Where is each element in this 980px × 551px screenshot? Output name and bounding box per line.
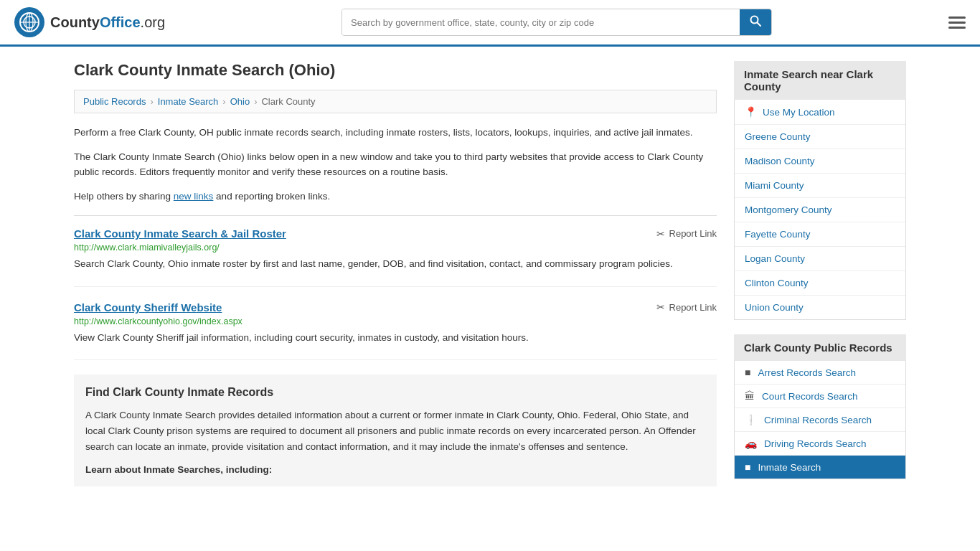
court-records-link[interactable]: Court Records Search xyxy=(762,391,858,402)
sidebar-nearby-section: Inmate Search near Clark County 📍 Use My… xyxy=(734,61,906,320)
breadcrumb-inmate-search[interactable]: Inmate Search xyxy=(158,96,219,107)
sidebar-criminal-records[interactable]: ❕ Criminal Records Search xyxy=(735,408,905,432)
location-icon: 📍 xyxy=(745,106,757,118)
report-icon-2: ✂ xyxy=(656,301,665,313)
sidebar-use-my-location[interactable]: 📍 Use My Location xyxy=(735,100,905,125)
find-records-section: Find Clark County Inmate Records A Clark… xyxy=(74,375,717,486)
sidebar-item-miami[interactable]: Miami County xyxy=(735,174,905,198)
criminal-records-link[interactable]: Criminal Records Search xyxy=(764,415,872,425)
montgomery-county-link[interactable]: Montgomery County xyxy=(745,204,832,215)
search-button[interactable] xyxy=(740,9,771,35)
link-title-1[interactable]: Clark County Inmate Search & Jail Roster xyxy=(74,227,286,240)
report-label-1: Report Link xyxy=(669,228,717,239)
link-entry-2: Clark County Sheriff Website ✂ Report Li… xyxy=(74,301,717,360)
logo-text: CountyOffice.org xyxy=(50,14,165,31)
union-county-link[interactable]: Union County xyxy=(745,302,804,313)
sidebar-court-records[interactable]: 🏛 Court Records Search xyxy=(735,385,905,408)
sidebar-nearby-header: Inmate Search near Clark County xyxy=(734,61,906,100)
breadcrumb-sep-1: › xyxy=(150,96,153,107)
breadcrumb-public-records[interactable]: Public Records xyxy=(83,96,146,107)
logo-icon xyxy=(14,7,44,37)
svg-line-6 xyxy=(758,23,761,27)
fayette-county-link[interactable]: Fayette County xyxy=(745,229,811,240)
sidebar-item-clinton[interactable]: Clinton County xyxy=(735,271,905,296)
description-3: Help others by sharing new links and rep… xyxy=(74,189,717,204)
inmate-search-link[interactable]: Inmate Search xyxy=(758,462,821,473)
page-title: Clark County Inmate Search (Ohio) xyxy=(74,61,717,80)
search-area xyxy=(341,9,772,36)
find-records-desc: A Clark County Inmate Search provides de… xyxy=(85,408,705,456)
link-entry-1: Clark County Inmate Search & Jail Roster… xyxy=(74,227,717,286)
search-icon xyxy=(750,15,761,27)
find-records-title: Find Clark County Inmate Records xyxy=(85,386,705,399)
link-title-2[interactable]: Clark County Sheriff Website xyxy=(74,301,222,314)
criminal-icon: ❕ xyxy=(745,414,757,425)
main-content: Clark County Inmate Search (Ohio) Public… xyxy=(74,61,717,494)
sidebar-public-records-section: Clark County Public Records ■ Arrest Rec… xyxy=(734,334,906,479)
inmate-icon: ■ xyxy=(745,461,750,473)
sidebar-item-greene[interactable]: Greene County xyxy=(735,125,905,149)
breadcrumb-ohio[interactable]: Ohio xyxy=(230,96,250,107)
report-link-1[interactable]: ✂ Report Link xyxy=(656,228,717,240)
breadcrumb-clark-county: Clark County xyxy=(261,96,315,107)
logan-county-link[interactable]: Logan County xyxy=(745,253,805,264)
new-links-link[interactable]: new links xyxy=(174,191,214,202)
link-url-2[interactable]: http://www.clarkcountyohio.gov/index.asp… xyxy=(74,316,717,326)
sidebar-nearby-list: 📍 Use My Location Greene County Madison … xyxy=(734,100,906,320)
link-url-1[interactable]: http://www.clark.miamivalleyjails.org/ xyxy=(74,242,717,253)
report-label-2: Report Link xyxy=(669,302,717,313)
main-container: Clark County Inmate Search (Ohio) Public… xyxy=(60,47,920,508)
court-icon: 🏛 xyxy=(745,390,755,402)
sidebar-item-union[interactable]: Union County xyxy=(735,296,905,319)
divider-1 xyxy=(74,215,717,216)
madison-county-link[interactable]: Madison County xyxy=(745,156,815,166)
miami-county-link[interactable]: Miami County xyxy=(745,180,804,191)
learn-title: Learn about Inmate Searches, including: xyxy=(85,464,705,475)
sidebar-item-fayette[interactable]: Fayette County xyxy=(735,222,905,247)
link-desc-1: Search Clark County, Ohio inmate roster … xyxy=(74,257,717,271)
greene-county-link[interactable]: Greene County xyxy=(745,131,811,142)
link-entry-2-header: Clark County Sheriff Website ✂ Report Li… xyxy=(74,301,717,314)
search-input[interactable] xyxy=(342,9,740,35)
arrest-records-link[interactable]: Arrest Records Search xyxy=(758,367,856,378)
sidebar-public-records-list: ■ Arrest Records Search 🏛 Court Records … xyxy=(734,361,906,479)
sidebar-driving-records[interactable]: 🚗 Driving Records Search xyxy=(735,432,905,456)
search-box xyxy=(341,9,772,36)
link-entry-1-header: Clark County Inmate Search & Jail Roster… xyxy=(74,227,717,240)
breadcrumb-sep-2: › xyxy=(222,96,225,107)
menu-button[interactable] xyxy=(948,17,966,29)
report-icon-1: ✂ xyxy=(656,228,665,240)
description-1: Perform a free Clark County, OH public i… xyxy=(74,125,717,141)
report-link-2[interactable]: ✂ Report Link xyxy=(656,301,717,313)
description-3-pre: Help others by sharing xyxy=(74,191,174,202)
sidebar-item-montgomery[interactable]: Montgomery County xyxy=(735,198,905,222)
breadcrumb-sep-3: › xyxy=(254,96,257,107)
logo-area: CountyOffice.org xyxy=(14,7,165,37)
driving-icon: 🚗 xyxy=(745,438,757,449)
sidebar: Inmate Search near Clark County 📍 Use My… xyxy=(734,61,906,494)
sidebar-item-logan[interactable]: Logan County xyxy=(735,247,905,271)
sidebar-item-madison[interactable]: Madison County xyxy=(735,149,905,174)
breadcrumb: Public Records › Inmate Search › Ohio › … xyxy=(74,90,717,113)
sidebar-public-records-header: Clark County Public Records xyxy=(734,334,906,361)
use-my-location-link[interactable]: Use My Location xyxy=(763,107,835,118)
arrest-icon: ■ xyxy=(745,367,750,378)
sidebar-inmate-search[interactable]: ■ Inmate Search xyxy=(735,456,905,479)
description-2: The Clark County Inmate Search (Ohio) li… xyxy=(74,149,717,180)
clinton-county-link[interactable]: Clinton County xyxy=(745,278,809,288)
sidebar-arrest-records[interactable]: ■ Arrest Records Search xyxy=(735,361,905,385)
description-3-post: and reporting broken links. xyxy=(213,191,330,202)
driving-records-link[interactable]: Driving Records Search xyxy=(764,438,867,449)
link-desc-2: View Clark County Sheriff jail informati… xyxy=(74,331,717,345)
site-header: CountyOffice.org xyxy=(0,0,980,47)
